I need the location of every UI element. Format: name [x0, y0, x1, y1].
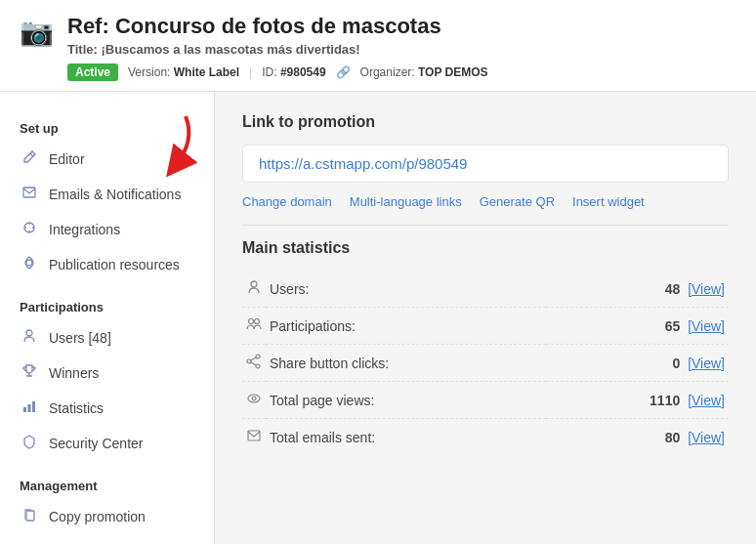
users-label: Users [48]	[49, 330, 111, 346]
editor-label: Editor	[49, 151, 85, 167]
emails-stat-icon	[246, 428, 262, 443]
stat-value-participations: 65 [View]	[546, 308, 729, 345]
stat-value-emails: 80 [View]	[546, 419, 729, 456]
svg-point-14	[256, 364, 260, 368]
insert-widget-button[interactable]: Insert widget	[572, 194, 645, 209]
winners-label: Winners	[49, 365, 99, 381]
page-header: 📷 Ref: Concurso de fotos de mascotas Tit…	[0, 0, 756, 92]
organizer-info: Organizer: TOP DEMOS	[360, 65, 488, 79]
table-row: Total emails sent: 80 [View]	[242, 419, 729, 456]
sidebar-item-users[interactable]: Users [48]	[0, 320, 214, 356]
publication-label: Publication resources	[49, 257, 180, 272]
stat-label-emails: Total emails sent:	[266, 419, 546, 456]
stat-label-participations: Participations:	[266, 308, 546, 345]
status-badge: Active	[67, 63, 118, 81]
stats-section: Main statistics Users: 48 [View]	[242, 239, 729, 455]
sidebar-item-publication[interactable]: Publication resources	[0, 247, 214, 282]
sidebar-item-security[interactable]: Security Center	[0, 426, 214, 461]
promotion-link[interactable]: https://a.cstmapp.com/p/980549	[259, 155, 712, 172]
security-label: Security Center	[49, 436, 143, 451]
change-domain-button[interactable]: Change domain	[242, 194, 332, 209]
participations-stat-icon	[246, 316, 262, 332]
multilanguage-links-button[interactable]: Multi-language links	[350, 194, 462, 209]
meta-separator-2: 🔗	[336, 65, 351, 79]
table-row: Share button clicks: 0 [View]	[242, 345, 729, 382]
svg-rect-7	[32, 401, 35, 412]
view-emails-link[interactable]: [View]	[688, 430, 725, 445]
svg-point-10	[249, 319, 254, 324]
meta-separator-1: |	[249, 65, 252, 79]
subtitle-value: ¡Buscamos a las mascotas más divertidas!	[101, 42, 359, 57]
sidebar-item-integrations[interactable]: Integrations	[0, 212, 214, 247]
participations-section-label: Participations	[0, 292, 214, 320]
version-info: Version: White Label	[128, 65, 239, 79]
svg-rect-8	[26, 511, 34, 521]
share-stat-icon	[246, 354, 262, 369]
setup-section-label: Set up	[0, 113, 214, 142]
svg-point-12	[256, 355, 260, 358]
header-content: Ref: Concurso de fotos de mascotas Title…	[67, 14, 736, 81]
view-users-link[interactable]: [View]	[688, 281, 725, 297]
section-divider	[242, 225, 729, 226]
page-title: Ref: Concurso de fotos de mascotas	[67, 14, 736, 39]
integrations-label: Integrations	[49, 222, 120, 237]
security-icon	[20, 434, 39, 453]
statistics-label: Statistics	[49, 400, 104, 416]
winners-icon	[20, 363, 39, 383]
content-panel: Link to promotion https://a.cstmapp.com/…	[215, 92, 756, 544]
svg-point-11	[255, 319, 260, 324]
sidebar-item-editor[interactable]: Editor	[0, 142, 214, 177]
stat-value-pageviews: 1110 [View]	[546, 382, 729, 419]
sidebar-item-copy[interactable]: Copy promotion	[0, 499, 214, 534]
svg-point-16	[252, 397, 256, 400]
main-layout: Set up Editor Emails & Notifications Int…	[0, 92, 756, 544]
svg-rect-1	[23, 188, 35, 197]
table-row: Users: 48 [View]	[242, 271, 729, 308]
pageviews-stat-icon	[246, 391, 262, 406]
svg-point-13	[247, 359, 251, 363]
statistics-icon	[20, 398, 39, 418]
emails-label: Emails & Notifications	[49, 187, 181, 202]
table-row: Participations: 65 [View]	[242, 308, 729, 345]
link-section: Link to promotion https://a.cstmapp.com/…	[242, 113, 729, 209]
camera-icon: 📷	[20, 16, 54, 48]
link-actions: Change domain Multi-language links Gener…	[242, 194, 729, 209]
stats-section-title: Main statistics	[242, 239, 729, 257]
sidebar-item-emails[interactable]: Emails & Notifications	[0, 177, 214, 212]
table-row: Total page views: 1110 [View]	[242, 382, 729, 419]
editor-icon	[20, 149, 39, 169]
stat-label-users: Users:	[266, 271, 546, 308]
svg-point-3	[26, 260, 32, 266]
view-participations-link[interactable]: [View]	[688, 318, 725, 334]
publication-icon	[20, 255, 39, 274]
emails-icon	[20, 185, 39, 204]
svg-point-4	[26, 330, 32, 336]
link-box: https://a.cstmapp.com/p/980549	[242, 145, 729, 183]
stat-value-users: 48 [View]	[546, 271, 729, 308]
svg-rect-6	[28, 404, 31, 412]
stat-value-share: 0 [View]	[546, 345, 729, 382]
svg-point-9	[251, 281, 257, 287]
users-stat-icon	[246, 279, 262, 295]
sidebar-item-statistics[interactable]: Statistics	[0, 391, 214, 426]
generate-qr-button[interactable]: Generate QR	[480, 194, 555, 209]
svg-rect-5	[23, 407, 26, 412]
stat-label-share: Share button clicks:	[266, 345, 546, 382]
sidebar: Set up Editor Emails & Notifications Int…	[0, 92, 215, 544]
stats-table: Users: 48 [View] Participations:	[242, 271, 729, 455]
id-info: ID: #980549	[262, 65, 325, 79]
svg-point-15	[248, 395, 260, 402]
subtitle-label: Title:	[67, 42, 101, 57]
sidebar-item-winners[interactable]: Winners	[0, 356, 214, 391]
management-section-label: Management	[0, 471, 214, 499]
view-pageviews-link[interactable]: [View]	[688, 393, 725, 408]
page-subtitle: Title: ¡Buscamos a las mascotas más dive…	[67, 42, 736, 57]
copy-label: Copy promotion	[49, 509, 146, 524]
header-meta: Active Version: White Label | ID: #98054…	[67, 63, 736, 81]
integrations-icon	[20, 220, 39, 239]
link-section-title: Link to promotion	[242, 113, 729, 131]
view-share-link[interactable]: [View]	[688, 356, 725, 371]
stat-label-pageviews: Total page views:	[266, 382, 546, 419]
users-icon	[20, 328, 39, 348]
copy-icon	[20, 507, 39, 526]
